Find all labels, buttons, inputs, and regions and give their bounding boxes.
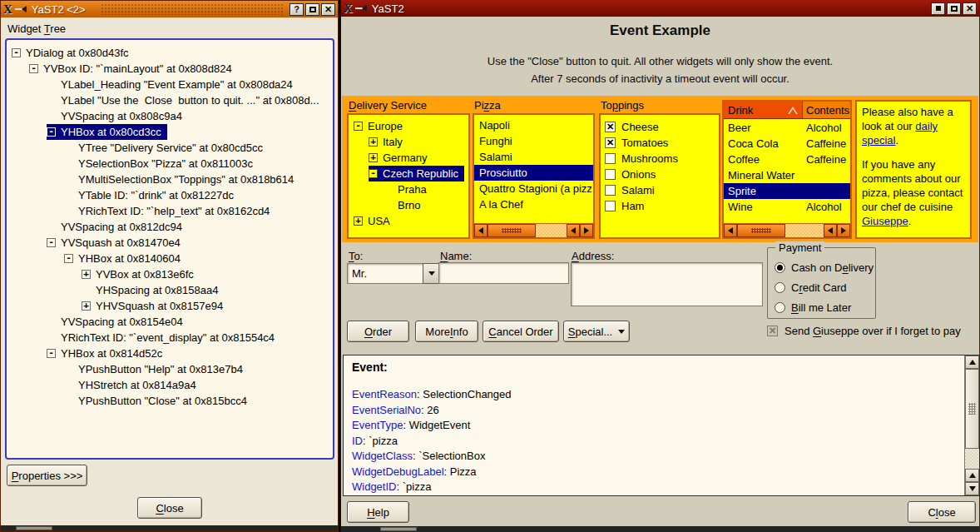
widget-tree-item[interactable]: -YVSquash at 0x81470e4 — [7, 235, 333, 251]
drink-row[interactable]: BeerAlcohol — [724, 120, 850, 136]
resize-grip[interactable] — [380, 527, 417, 531]
to-combobox[interactable]: Mr. — [347, 263, 440, 284]
close-button[interactable]: Close — [908, 501, 976, 523]
more-info-button[interactable]: More Info — [415, 321, 478, 342]
resize-grip[interactable] — [16, 526, 52, 530]
widget-tree-item[interactable]: YHStretch at 0x814a9a4 — [7, 377, 333, 393]
drink-table-rows[interactable]: BeerAlcoholCoca ColaCaffeineCoffeeCaffei… — [724, 119, 850, 223]
tree-expander-icon[interactable]: + — [369, 137, 378, 147]
titlebar-maximize-button[interactable] — [947, 2, 961, 15]
topping-checkbox[interactable]: ✕ — [605, 122, 616, 132]
pizza-item[interactable]: Salami — [474, 149, 593, 165]
pin-icon[interactable] — [355, 4, 368, 12]
widget-tree-item[interactable]: YLabel "Use the Close button to quit. ..… — [7, 92, 333, 108]
widget-tree-item[interactable]: YVSpacing at 0x8154e04 — [7, 314, 333, 330]
widget-tree-item[interactable]: -YDialog at 0x80d43fc — [7, 45, 333, 61]
titlebar-close-button[interactable]: ✕ — [963, 2, 977, 15]
drink-row[interactable]: CoffeeCaffeine — [724, 152, 850, 167]
tree-expander-icon[interactable]: - — [47, 127, 56, 137]
scroll-left-button[interactable] — [824, 224, 837, 237]
topping-checkbox[interactable] — [605, 169, 616, 180]
scroll-left-button[interactable] — [474, 224, 488, 237]
widget-tree-item[interactable]: YTable ID: "`drink" at 0x81227dc — [7, 187, 333, 203]
widget-tree-item[interactable]: YPushButton "Help" at 0x813e7b4 — [7, 361, 333, 377]
pizza-item[interactable]: Prosciutto — [474, 165, 593, 181]
widget-tree-item[interactable]: YMultiSelectionBox "Toppings" at 0x818b6… — [7, 172, 333, 187]
tree-expander-icon[interactable]: - — [29, 64, 38, 73]
scroll-up-button[interactable] — [965, 355, 979, 369]
order-button[interactable]: Order — [347, 321, 409, 342]
widget-tree-item[interactable]: YPushButton "Close" at 0x815bcc4 — [7, 393, 333, 409]
scrollbar-track[interactable] — [785, 224, 824, 237]
topping-item[interactable]: ✕Cheese — [601, 119, 719, 135]
payment-option[interactable]: Bill me Later — [775, 297, 874, 317]
tree-expander-icon[interactable]: - — [12, 48, 21, 57]
topping-item[interactable]: Ham — [601, 198, 719, 214]
topping-item[interactable]: Onions — [601, 167, 719, 182]
help-link[interactable]: Giuseppe — [862, 215, 908, 227]
radio-button[interactable] — [775, 302, 785, 313]
widget-tree-item[interactable]: YSelectionBox "Pizza" at 0x811003c — [7, 156, 333, 172]
contents-column-header[interactable]: Contents — [803, 102, 850, 118]
special-menu-button[interactable]: Special... — [563, 321, 630, 342]
pizza-hscrollbar[interactable] — [474, 223, 593, 237]
titlebar-close-button[interactable]: ✕ — [321, 3, 335, 16]
drink-row[interactable]: WineAlcohol — [724, 199, 850, 215]
scrollbar-thumb[interactable] — [737, 224, 785, 237]
tree-expander-icon[interactable]: + — [354, 216, 363, 226]
combobox-value[interactable]: Mr. — [347, 263, 423, 284]
send-giuseppe-checkbox-row[interactable]: ✕ Send Giuseppe over if I forget to pay — [767, 325, 961, 337]
widget-tree-item[interactable]: YRichText ID: "`help_text" at 0x8162cd4 — [7, 203, 333, 219]
address-textarea[interactable] — [571, 262, 763, 306]
pizza-selection-box[interactable]: NapoliFunghiSalamiProsciuttoQuattro Stag… — [473, 113, 595, 239]
delivery-tree-item[interactable]: +Italy — [349, 134, 468, 150]
tristate-checkbox[interactable]: ✕ — [767, 326, 778, 336]
combobox-dropdown-button[interactable] — [423, 263, 440, 284]
drink-row[interactable]: Coca ColaCaffeine — [724, 136, 850, 152]
drink-hscrollbar[interactable] — [724, 223, 850, 237]
tree-expander-icon[interactable]: - — [47, 349, 56, 358]
titlebar-minimize-button[interactable] — [931, 2, 945, 15]
tree-expander-icon[interactable]: - — [47, 238, 56, 247]
widget-tree-panel[interactable]: -YDialog at 0x80d43fc-YVBox ID: "`mainLa… — [5, 38, 334, 460]
scrollbar-track[interactable] — [536, 224, 567, 237]
cancel-order-button[interactable]: Cancel Order — [483, 321, 559, 342]
left-titlebar[interactable]: X YaST2 <2> ? ✕ — [1, 1, 338, 17]
toppings-multiselection-box[interactable]: ✕Cheese✕TomatoesMushroomsOnionsSalamiHam — [599, 113, 720, 239]
widget-tree-item[interactable]: -YHBox at 0x80cd3cc — [7, 124, 333, 140]
delivery-tree-item[interactable]: +USA — [349, 213, 468, 229]
scroll-left-button[interactable] — [724, 224, 737, 237]
delivery-tree-item[interactable]: -Czech Republic — [349, 166, 468, 181]
topping-checkbox[interactable] — [605, 185, 616, 196]
topping-checkbox[interactable] — [605, 201, 616, 211]
scrollbar-track[interactable] — [965, 449, 979, 469]
topping-item[interactable]: ✕Tomatoes — [601, 135, 719, 151]
close-button[interactable]: Close — [137, 497, 202, 519]
pizza-item[interactable]: A la Chef — [474, 196, 593, 212]
drink-row[interactable]: Mineral Water — [724, 167, 850, 183]
widget-tree-item[interactable]: YVSpacing at 0x808c9a4 — [7, 108, 333, 124]
right-titlebar[interactable]: X YaST2 ✕ — [341, 0, 979, 17]
properties-button[interactable]: Properties >>> — [7, 465, 87, 486]
widget-tree-item[interactable]: -YHBox at 0x814d52c — [7, 346, 333, 361]
tree-expander-icon[interactable]: + — [82, 301, 91, 311]
widget-tree-item[interactable]: YVSpacing at 0x812dc94 — [7, 219, 333, 235]
pizza-item[interactable]: Quattro Stagioni (a pizz — [474, 181, 593, 196]
tree-expander-icon[interactable]: + — [82, 270, 91, 279]
scrollbar-thumb[interactable] — [488, 224, 536, 237]
payment-option[interactable]: Cash on Delivery — [775, 257, 874, 277]
pizza-item[interactable]: Funghi — [474, 133, 593, 149]
scroll-down-button[interactable] — [965, 482, 979, 495]
name-input[interactable] — [438, 262, 569, 284]
event-vscrollbar[interactable] — [964, 355, 979, 495]
payment-option[interactable]: Credit Card — [775, 277, 874, 297]
drink-table[interactable]: Drink Contents BeerAlcoholCoca ColaCaffe… — [722, 100, 852, 239]
scroll-up-button[interactable] — [965, 469, 979, 482]
scroll-right-button[interactable] — [580, 224, 593, 237]
widget-tree-item[interactable]: YRichText ID: "`event_display" at 0x8155… — [7, 330, 333, 346]
drink-row[interactable]: Sprite — [724, 183, 850, 199]
widget-tree-item[interactable]: -YVBox ID: "`mainLayout" at 0x808d824 — [7, 61, 333, 77]
delivery-tree-item[interactable]: -Europe — [349, 118, 468, 134]
topping-checkbox[interactable] — [605, 153, 616, 164]
titlebar-help-button[interactable]: ? — [290, 3, 304, 16]
